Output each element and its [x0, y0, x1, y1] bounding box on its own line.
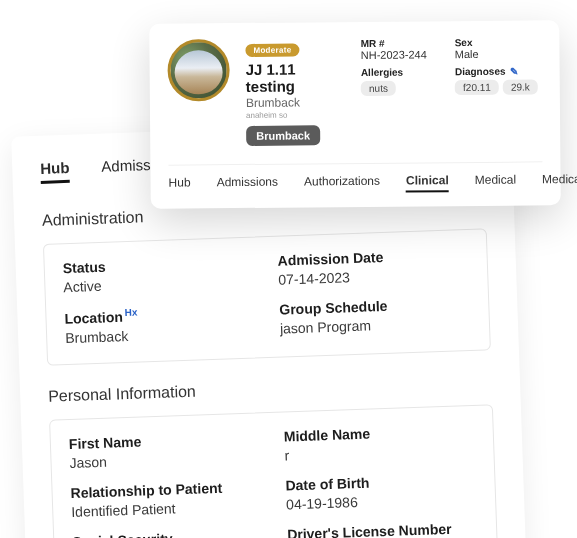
- front-tabs: Hub Admissions Authorizations Clinical M…: [168, 161, 542, 194]
- personal-panel: First Name Jason Middle Name r Relations…: [49, 404, 499, 538]
- tab-hub[interactable]: Hub: [40, 159, 70, 184]
- avatar[interactable]: [167, 39, 230, 102]
- patient-location: Brumback: [246, 95, 345, 110]
- mr-value: NH-2023-244: [361, 48, 427, 61]
- sex-value: Male: [455, 47, 542, 60]
- dob-value: 04-19-1986: [286, 490, 477, 513]
- middle-name-value: r: [284, 441, 475, 464]
- allergies-label: Allergies: [361, 66, 427, 78]
- status-value: Active: [63, 272, 254, 295]
- meta-grid: MR # NH-2023-244 Allergies nuts Sex Male…: [361, 36, 542, 96]
- sex-label: Sex: [455, 36, 542, 48]
- patient-name: JJ 1.11 testing: [246, 60, 346, 95]
- ssn-label: Social Security: [72, 527, 263, 538]
- tab-admissions[interactable]: Admissions: [217, 175, 279, 195]
- dl-label: Driver's License Number: [287, 519, 478, 538]
- severity-badge: Moderate: [245, 43, 299, 56]
- location-value: Brumback: [65, 323, 256, 346]
- allergy-pill[interactable]: nuts: [361, 81, 396, 96]
- mr-label: MR #: [361, 37, 427, 49]
- tab-clinical[interactable]: Clinical: [406, 173, 449, 192]
- personal-section-title: Personal Information: [48, 372, 492, 405]
- relationship-value: Identified Patient: [71, 497, 262, 520]
- tab-admissions[interactable]: Admissi: [101, 156, 154, 182]
- location-chip[interactable]: Brumback: [246, 125, 320, 146]
- first-name-value: Jason: [69, 448, 260, 471]
- patient-header-card: Moderate JJ 1.11 testing Brumback anahei…: [149, 20, 561, 209]
- admin-panel: Status Active Admission Date 07-14-2023 …: [43, 228, 491, 365]
- tab-medications[interactable]: Medications: [542, 172, 577, 192]
- admission-date-value: 07-14-2023: [278, 265, 469, 288]
- group-schedule-value: jason Program: [280, 314, 471, 337]
- patient-subtext: anaheim so: [246, 110, 345, 120]
- tab-authorizations[interactable]: Authorizations: [304, 174, 380, 194]
- edit-icon[interactable]: ✎: [509, 66, 517, 77]
- tab-medical[interactable]: Medical: [475, 173, 517, 192]
- diagnosis-pill-2[interactable]: 29.k: [503, 79, 538, 94]
- hx-badge[interactable]: Hx: [125, 307, 138, 318]
- diagnoses-label: Diagnoses✎: [455, 65, 542, 77]
- diagnosis-pill-1[interactable]: f20.11: [455, 80, 499, 95]
- tab-hub[interactable]: Hub: [169, 175, 191, 194]
